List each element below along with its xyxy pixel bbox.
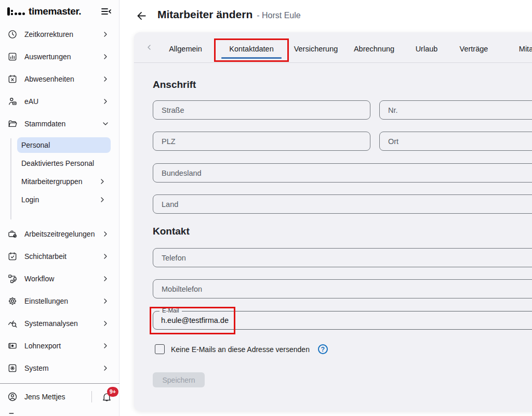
employee-edit-card: Allgemein Kontaktdaten Versicherung Abre… [134,32,532,411]
sidebar-item-personal[interactable]: Personal [17,137,111,153]
brand-name: timemaster. [29,6,81,17]
chevron-right-icon [101,319,110,328]
system-gear-icon [7,363,18,373]
telefon-input[interactable] [153,248,532,267]
ort-input[interactable] [379,132,532,151]
chevron-right-icon [101,97,110,106]
sidebar-item-arbeitszeitregelungen[interactable]: Arbeitszeitregelungen [0,223,119,245]
no-email-checkbox[interactable] [155,344,165,354]
sidebar: timemaster. Zeitkorrekturen Auswertungen [0,0,119,416]
sidebar-footer: Jens Mettjes 9+ [0,387,119,407]
sidebar-item-einstellungen[interactable]: Einstellungen [0,290,119,312]
chevron-right-icon [101,364,110,372]
page-title: Mitarbeiter ändern [157,8,252,21]
clock-icon [7,29,18,40]
tab-urlaub[interactable]: Urlaub [403,32,450,63]
chevron-right-icon [101,230,110,238]
person-card-icon [7,96,18,107]
tab-mitarbeiter[interactable]: Mitarbe [498,32,532,63]
tab-allgemein[interactable]: Allgemein [155,32,216,63]
brand-row: timemaster. [0,0,119,23]
email-input[interactable] [153,311,532,329]
chart-search-icon [7,318,18,329]
workflow-icon [7,274,18,284]
tab-versicherung[interactable]: Versicherung [287,32,345,63]
back-arrow-icon[interactable] [136,10,148,22]
sidebar-item-eau[interactable]: eAU [0,90,119,112]
sidebar-item-deaktiviertes-personal[interactable]: Deaktiviertes Personal [17,155,111,171]
tab-kontaktdaten[interactable]: Kontaktdaten [216,32,287,63]
bell-icon[interactable]: 9+ [101,392,112,402]
user-circle-icon [7,392,18,402]
folder-open-icon [7,119,18,129]
sidebar-item-schichtarbeit[interactable]: Schichtarbeit [0,245,119,267]
save-button[interactable]: Speichern [153,372,205,387]
clipped-bottom-icon [7,412,18,416]
briefcase-clock-icon [7,229,18,239]
help-circle-icon[interactable]: ? [318,344,328,354]
active-tab-underline [221,57,282,59]
chevron-right-icon [101,53,110,61]
section-title-anschrift: Anschrift [153,79,196,90]
menu-fold-icon[interactable] [100,6,112,17]
land-input[interactable] [153,194,532,214]
chevron-left-icon[interactable] [143,43,155,51]
strasse-input[interactable] [153,100,370,120]
sidebar-item-mitarbeitergruppen[interactable]: Mitarbeitergruppen [17,174,111,189]
timemaster-logo-mark [7,7,25,16]
tab-vertraege[interactable]: Verträge [450,32,498,63]
sidebar-item-login[interactable]: Login [17,192,111,207]
email-field: E-Mail [153,311,532,330]
chevron-right-icon [98,196,107,204]
sidebar-item-systemanalysen[interactable]: Systemanalysen [0,312,119,334]
tab-bar: Allgemein Kontaktdaten Versicherung Abre… [134,32,532,63]
chevron-right-icon [101,30,110,38]
chevron-down-icon [101,120,110,128]
banknote-icon [7,341,18,351]
sidebar-item-abwesenheiten[interactable]: Abwesenheiten [0,68,119,90]
sidebar-item-zeitkorrekturen[interactable]: Zeitkorrekturen [0,23,119,45]
gear-icon [7,296,18,306]
sidebar-item-workflow[interactable]: Workflow [0,267,119,290]
page-subtitle: - Horst Eule [257,11,300,20]
submenu-guide-line [10,138,11,219]
chevron-right-icon [101,297,110,305]
chevron-right-icon [101,75,110,83]
chevron-right-icon [101,252,110,261]
user-name[interactable]: Jens Mettjes [24,393,91,401]
no-email-checkbox-label: Keine E-Mails an diese Adresse versenden [171,345,310,354]
notification-badge: 9+ [107,387,118,397]
sidebar-item-lohnexport[interactable]: Lohnexport [0,334,119,357]
nr-input[interactable] [379,100,532,120]
chevron-right-icon [101,275,110,283]
bundesland-input[interactable] [153,163,532,183]
no-email-checkbox-row: Keine E-Mails an diese Adresse versenden… [155,344,328,354]
mobiltelefon-input[interactable] [153,279,532,298]
tab-abrechnung[interactable]: Abrechnung [345,32,403,63]
sidebar-nav: Zeitkorrekturen Auswertungen Abwesenheit… [0,23,119,379]
sidebar-item-auswertungen[interactable]: Auswertungen [0,45,119,68]
page-header: Mitarbeiter ändern - Horst Eule [157,8,301,21]
footer-divider [91,391,92,402]
sidebar-item-stammdaten[interactable]: Stammdaten [0,112,119,135]
email-field-label: E-Mail [159,307,182,314]
chevron-right-icon [101,342,110,350]
plz-input[interactable] [153,132,370,151]
sidebar-item-system[interactable]: System [0,357,119,379]
sidebar-footer-divider [0,383,119,384]
calendar-x-icon [7,74,18,84]
stammdaten-submenu: Personal Deaktiviertes Personal Mitarbei… [0,137,119,220]
chevron-right-icon [98,177,107,186]
bar-chart-icon [7,51,18,62]
section-title-kontakt: Kontakt [153,226,190,237]
calendar-check-icon [7,251,18,262]
